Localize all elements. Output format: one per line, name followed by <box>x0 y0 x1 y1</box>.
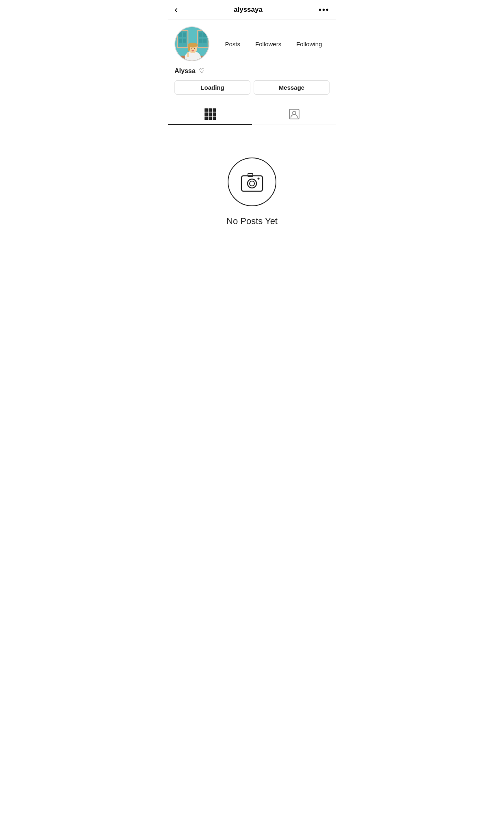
camera-circle <box>228 158 276 206</box>
tab-tagged[interactable] <box>252 104 336 125</box>
grid-cell <box>209 117 212 120</box>
svg-rect-1 <box>177 30 188 48</box>
display-name: Alyssa <box>174 67 196 75</box>
svg-rect-9 <box>203 32 207 37</box>
profile-top: Posts Followers Following <box>174 26 330 61</box>
svg-point-23 <box>248 179 256 188</box>
grid-cell <box>213 117 216 120</box>
empty-state: No Posts Yet <box>168 125 336 251</box>
camera-icon <box>241 172 263 192</box>
svg-point-24 <box>250 181 254 186</box>
avatar-container <box>174 26 209 61</box>
posts-stat[interactable]: Posts <box>225 41 240 48</box>
svg-rect-4 <box>183 32 186 37</box>
grid-icon <box>205 108 216 120</box>
tab-bar <box>168 104 336 125</box>
message-button[interactable]: Message <box>254 80 330 95</box>
grid-cell <box>205 108 208 112</box>
header-username: alyssaya <box>234 6 263 14</box>
tab-grid[interactable] <box>168 104 252 125</box>
following-label: Following <box>296 41 322 48</box>
profile-name-row: Alyssa ♡ <box>174 67 330 75</box>
svg-rect-8 <box>199 39 202 43</box>
svg-rect-15 <box>188 45 190 51</box>
back-button[interactable]: ‹ <box>174 5 178 15</box>
following-stat[interactable]: Following <box>296 41 322 48</box>
svg-rect-5 <box>183 39 186 43</box>
svg-point-16 <box>191 48 192 49</box>
svg-rect-6 <box>198 30 208 48</box>
profile-section: Posts Followers Following Alyssa ♡ Loadi… <box>168 20 336 99</box>
svg-rect-22 <box>241 176 263 191</box>
svg-rect-7 <box>199 32 202 37</box>
followers-stat[interactable]: Followers <box>255 41 281 48</box>
grid-cell <box>209 112 212 116</box>
svg-point-17 <box>194 48 195 49</box>
grid-cell <box>213 112 216 116</box>
header: ‹ alyssaya ••• <box>168 0 336 20</box>
action-buttons: Loading Message <box>174 80 330 95</box>
svg-rect-3 <box>179 39 182 43</box>
no-posts-text: No Posts Yet <box>226 216 278 227</box>
svg-point-21 <box>293 111 296 114</box>
more-button[interactable]: ••• <box>319 5 330 15</box>
svg-rect-19 <box>187 52 189 57</box>
grid-cell <box>205 117 208 120</box>
svg-rect-2 <box>179 32 182 37</box>
svg-point-18 <box>192 50 194 52</box>
stats-row: Posts Followers Following <box>218 41 330 48</box>
svg-point-26 <box>258 178 260 180</box>
person-tag-icon <box>289 108 300 120</box>
followers-label: Followers <box>255 41 281 48</box>
posts-label: Posts <box>225 41 240 48</box>
grid-cell <box>213 108 216 112</box>
heart-icon: ♡ <box>199 67 205 75</box>
loading-button[interactable]: Loading <box>174 80 250 95</box>
svg-rect-10 <box>203 39 207 43</box>
avatar <box>174 26 209 61</box>
grid-cell <box>209 108 212 112</box>
grid-cell <box>205 112 208 116</box>
